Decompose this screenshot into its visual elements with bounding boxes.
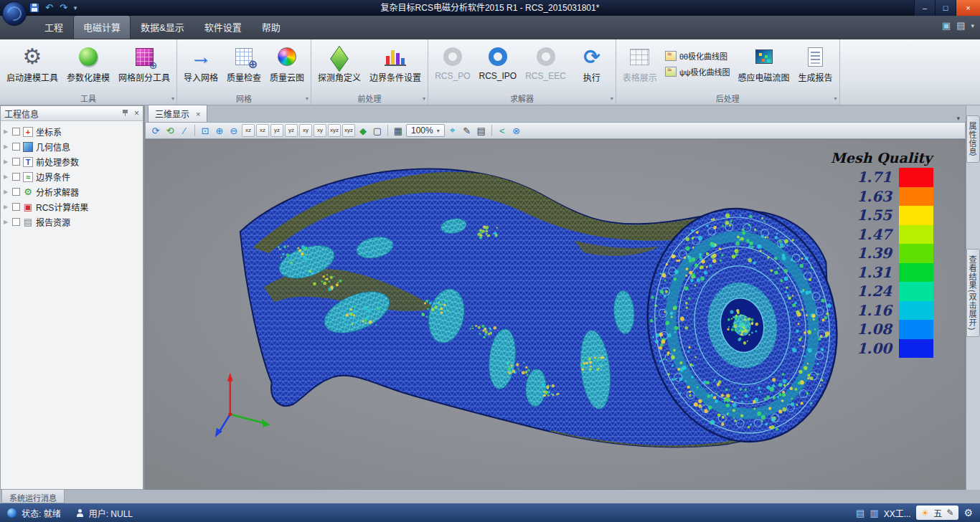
pin-icon[interactable] <box>122 110 128 117</box>
ribbon-button-generate-report[interactable]: 生成报告 <box>795 42 837 85</box>
tree-item-rcs-results[interactable]: ▶ ▣ RCS计算结果 <box>1 199 143 214</box>
ribbon-button-parametric-modeling[interactable]: 参数化建模 <box>63 42 113 85</box>
ribbon-button-rcs-po[interactable]: RCS_PO <box>431 42 473 82</box>
display-style-icon[interactable]: ▤ <box>956 20 965 31</box>
zoom-level-select[interactable]: 100%▾ <box>406 124 445 137</box>
view-zy-icon[interactable]: yz <box>285 124 298 137</box>
checkbox[interactable] <box>12 218 20 226</box>
ribbon-button-execute[interactable]: ⟳ 执行 <box>571 42 613 85</box>
view-xz-icon[interactable]: xz <box>242 124 255 137</box>
ribbon-button-psi-polarization-chart[interactable]: ψψ极化曲线图 <box>665 66 730 77</box>
ribbon-button-launch-modeling-tool[interactable]: ⚙ 启动建模工具 <box>3 42 62 85</box>
checkbox[interactable] <box>12 188 20 196</box>
group-expand-icon[interactable]: ▾ <box>423 93 425 105</box>
pen-icon[interactable]: ✎ <box>946 508 953 518</box>
tabbar-dropdown-icon[interactable]: ▾ <box>956 115 963 122</box>
annotate-pen-icon[interactable]: ✎ <box>461 124 473 137</box>
cancel-icon[interactable]: ⊗ <box>510 124 523 137</box>
tree-item-report-resources[interactable]: ▶ ▤ 报告资源 <box>1 214 143 229</box>
taskbar-window-icon[interactable]: ▤ <box>856 508 864 518</box>
checkbox[interactable] <box>12 173 20 181</box>
ribbon-button-boundary-settings[interactable]: 边界条件设置 <box>366 42 425 85</box>
group-expand-icon[interactable]: ▾ <box>834 93 837 105</box>
expand-arrow-icon[interactable]: ▶ <box>4 128 9 135</box>
menu-tab-help[interactable]: 帮助 <box>252 15 291 39</box>
view-zx-icon[interactable]: xz <box>256 124 269 137</box>
group-expand-icon[interactable]: ▾ <box>611 93 613 105</box>
rotate-icon[interactable]: ⟲ <box>164 124 176 137</box>
view-iso2-icon[interactable]: xyz <box>342 124 355 137</box>
pick-icon[interactable]: ⌖ <box>446 124 459 137</box>
ribbon-button-rcs-eec[interactable]: RCS_EEC <box>522 42 570 82</box>
expand-arrow-icon[interactable]: ▶ <box>4 219 9 225</box>
grid-icon[interactable]: ▦ <box>392 124 405 137</box>
ribbon-button-quality-cloud-map[interactable]: 质量云图 <box>266 42 308 85</box>
ribbon-button-rcs-ipo[interactable]: RCS_IPO <box>475 42 520 82</box>
background-toggle-icon[interactable]: ▢ <box>371 124 384 137</box>
menubar-dropdown-icon[interactable]: ▾ <box>971 22 974 29</box>
expand-arrow-icon[interactable]: ▶ <box>4 189 9 195</box>
panel-toggle-icon[interactable]: ▣ <box>942 20 951 31</box>
ribbon-button-quality-check[interactable]: 质量检查 <box>223 42 265 85</box>
solver-ring-blue-icon <box>489 43 507 70</box>
tree-item-preprocess-params[interactable]: ▶ T 前处理参数 <box>1 154 143 169</box>
group-expand-icon[interactable]: ▾ <box>171 93 174 105</box>
ribbon-button-probe-angle[interactable]: 探测角定义 <box>314 42 364 85</box>
app-logo-icon[interactable] <box>2 1 27 26</box>
view-xy-icon[interactable]: xy <box>299 124 312 137</box>
view-iso1-icon[interactable]: xyz <box>328 124 341 137</box>
tab-view-results-vertical[interactable]: 查看结果(双击展开) <box>966 249 980 337</box>
legend-swatch <box>899 320 933 339</box>
menu-tab-em-computation[interactable]: 电磁计算 <box>73 15 131 39</box>
tree-item-analysis-solver[interactable]: ▶ ⚙ 分析求解器 <box>1 184 143 199</box>
table-icon <box>630 43 649 70</box>
checkbox[interactable] <box>12 203 20 211</box>
tab-close-icon[interactable]: × <box>196 110 200 118</box>
ribbon-button-induced-em-current-map[interactable]: 感应电磁流图 <box>735 42 793 85</box>
expand-arrow-icon[interactable]: ▶ <box>4 204 9 210</box>
render-mode-icon[interactable]: ◆ <box>357 124 369 137</box>
menu-tab-software-settings[interactable]: 软件设置 <box>194 15 252 39</box>
tab-system-run-messages[interactable]: 系统运行消息 <box>1 490 65 503</box>
zoom-window-icon[interactable]: ⊡ <box>199 124 212 137</box>
ime-toolbar[interactable]: ☀ 五 ✎ <box>916 506 959 520</box>
maximize-button[interactable]: □ <box>935 0 956 16</box>
geometry-icon <box>23 142 33 152</box>
checkbox[interactable] <box>12 143 20 151</box>
rcs-result-icon: ▣ <box>23 202 33 212</box>
tree-item-coordinate-system[interactable]: ▶ + 坐标系 <box>1 124 143 139</box>
expand-arrow-icon[interactable]: ▶ <box>4 174 9 180</box>
minimize-button[interactable]: – <box>914 0 935 16</box>
expand-arrow-icon[interactable]: ▶ <box>4 143 9 150</box>
line-tool-icon[interactable]: ∕ <box>178 124 191 137</box>
ribbon-button-mesh-partition-tool[interactable]: 网格剖分工具 <box>115 42 174 85</box>
checkbox[interactable] <box>12 158 20 166</box>
tab-properties-vertical[interactable]: 属性信息 <box>966 115 980 163</box>
group-expand-icon[interactable]: ▾ <box>306 93 308 105</box>
menu-tab-project[interactable]: 工程 <box>34 15 73 39</box>
tree-item-geometry-info[interactable]: ▶ 几何信息 <box>1 139 143 154</box>
close-button[interactable]: × <box>956 0 980 16</box>
menu-tab-data-display[interactable]: 数据&显示 <box>131 15 194 39</box>
tab-3d-display[interactable]: 三维显示 × <box>148 105 207 122</box>
weather-sun-icon[interactable]: ☀ <box>921 508 930 518</box>
taskbar-window-icon[interactable]: ▥ <box>870 508 878 518</box>
panel-close-icon[interactable]: × <box>134 108 139 118</box>
ribbon-button-theta-polarization-chart[interactable]: θθ极化曲线图 <box>665 50 730 62</box>
expand-arrow-icon[interactable]: ▶ <box>4 158 9 165</box>
tree-item-boundary-conditions[interactable]: ▶ ≈ 边界条件 <box>1 169 143 184</box>
ribbon-button-table-display[interactable]: 表格展示 <box>619 42 661 85</box>
layers-icon[interactable]: ▤ <box>475 124 488 137</box>
checkbox[interactable] <box>12 128 20 136</box>
view-yx-icon[interactable]: xy <box>314 124 326 137</box>
orbit-icon[interactable]: ⟳ <box>149 124 162 137</box>
settings-gear-icon[interactable]: ⚙ <box>963 507 973 518</box>
share-icon[interactable]: < <box>496 124 509 137</box>
mesh-quality-legend: Mesh Quality 1.71 1.63 1.55 1.47 1.39 1.… <box>831 150 933 358</box>
mesh-magnifier-icon <box>136 43 154 70</box>
zoom-out-icon[interactable]: ⊖ <box>227 124 240 137</box>
zoom-in-icon[interactable]: ⊕ <box>213 124 226 137</box>
ribbon-button-import-mesh[interactable]: → 导入网格 <box>180 42 222 85</box>
view-yz-icon[interactable]: yz <box>270 124 283 137</box>
3d-viewport[interactable]: Mesh Quality 1.71 1.63 1.55 1.47 1.39 1.… <box>145 139 966 490</box>
